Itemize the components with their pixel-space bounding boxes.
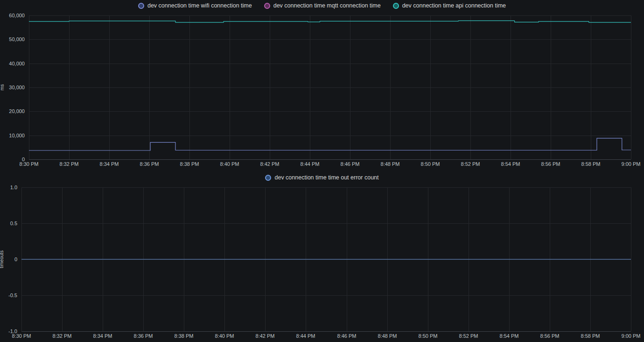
series-line: [29, 21, 631, 22]
legend-item[interactable]: dev connection time wifi connection time: [138, 3, 252, 9]
y-tick-label: -1.0: [8, 328, 17, 334]
x-tick-label: 8:44 PM: [296, 333, 315, 339]
connection-time-chart-panel: dev connection time wifi connection time…: [0, 0, 644, 172]
x-tick-label: 8:58 PM: [581, 161, 601, 167]
y-tick-label: 10,000: [9, 133, 25, 138]
series-color-icon: [264, 3, 270, 9]
y-axis-title: timeouts: [0, 250, 4, 268]
x-tick-label: 8:56 PM: [540, 333, 560, 339]
x-tick-label: 8:38 PM: [180, 161, 199, 167]
x-tick-label: 8:50 PM: [421, 161, 440, 167]
x-tick-label: 8:56 PM: [541, 161, 560, 167]
y-tick-label: 40,000: [9, 61, 25, 66]
y-tick-label: 0.5: [10, 221, 17, 226]
series-line: [29, 138, 631, 150]
connection-time-legend: dev connection time wifi connection time…: [0, 3, 644, 9]
x-tick-label: 8:54 PM: [501, 161, 520, 167]
x-tick-label: 8:46 PM: [341, 161, 360, 167]
y-tick-label: 20,000: [9, 108, 25, 114]
series-color-icon: [393, 3, 399, 9]
x-tick-label: 8:40 PM: [215, 333, 234, 339]
x-tick-label: 8:36 PM: [134, 333, 153, 339]
y-tick-label: 1.0: [10, 185, 17, 190]
x-tick-label: 8:46 PM: [337, 333, 357, 339]
legend-item[interactable]: dev connection time api connection time: [393, 3, 506, 9]
legend-label: dev connection time api connection time: [402, 3, 506, 9]
x-tick-label: 8:38 PM: [175, 333, 194, 339]
legend-item[interactable]: dev connection time mqtt connection time: [264, 3, 381, 9]
x-tick-label: 8:42 PM: [260, 161, 280, 167]
x-tick-label: 8:34 PM: [93, 333, 112, 339]
x-tick-label: 9:00 PM: [622, 161, 641, 167]
x-tick-label: 8:50 PM: [419, 333, 438, 339]
x-tick-label: 8:48 PM: [378, 333, 397, 339]
connection-time-plot[interactable]: 8:30 PM8:32 PM8:34 PM8:36 PM8:38 PM8:40 …: [0, 0, 644, 172]
x-tick-label: 8:42 PM: [256, 333, 275, 339]
y-tick-label: 0: [14, 256, 17, 262]
x-tick-label: 8:36 PM: [140, 161, 159, 167]
y-tick-label: 50,000: [9, 36, 25, 42]
x-tick-label: 9:00 PM: [622, 333, 641, 339]
x-tick-label: 8:32 PM: [60, 161, 79, 167]
legend-label: dev connection time time out error count: [274, 175, 378, 181]
series-color-icon: [138, 3, 144, 9]
series-color-icon: [265, 175, 271, 181]
x-tick-label: 8:52 PM: [459, 333, 478, 339]
legend-label: dev connection time wifi connection time: [147, 3, 252, 9]
y-tick-label: 0: [22, 157, 25, 162]
x-tick-label: 8:54 PM: [500, 333, 519, 339]
y-tick-label: -0.5: [8, 292, 17, 298]
y-axis-title: ms: [0, 84, 5, 90]
timeout-count-chart-panel: dev connection time time out error count…: [0, 172, 644, 342]
legend-item[interactable]: dev connection time time out error count: [265, 175, 378, 181]
x-tick-label: 8:52 PM: [461, 161, 480, 167]
legend-label: dev connection time mqtt connection time: [273, 3, 381, 9]
x-tick-label: 8:58 PM: [581, 333, 600, 339]
x-tick-label: 8:34 PM: [100, 161, 119, 167]
y-tick-label: 30,000: [9, 85, 25, 90]
x-tick-label: 8:44 PM: [301, 161, 320, 167]
timeout-count-plot[interactable]: 8:30 PM8:32 PM8:34 PM8:36 PM8:38 PM8:40 …: [0, 172, 644, 342]
timeout-count-legend: dev connection time time out error count: [0, 175, 644, 181]
x-tick-label: 8:40 PM: [220, 161, 239, 167]
x-tick-label: 8:32 PM: [53, 333, 72, 339]
x-tick-label: 8:48 PM: [381, 161, 400, 167]
y-tick-label: 60,000: [9, 13, 25, 18]
